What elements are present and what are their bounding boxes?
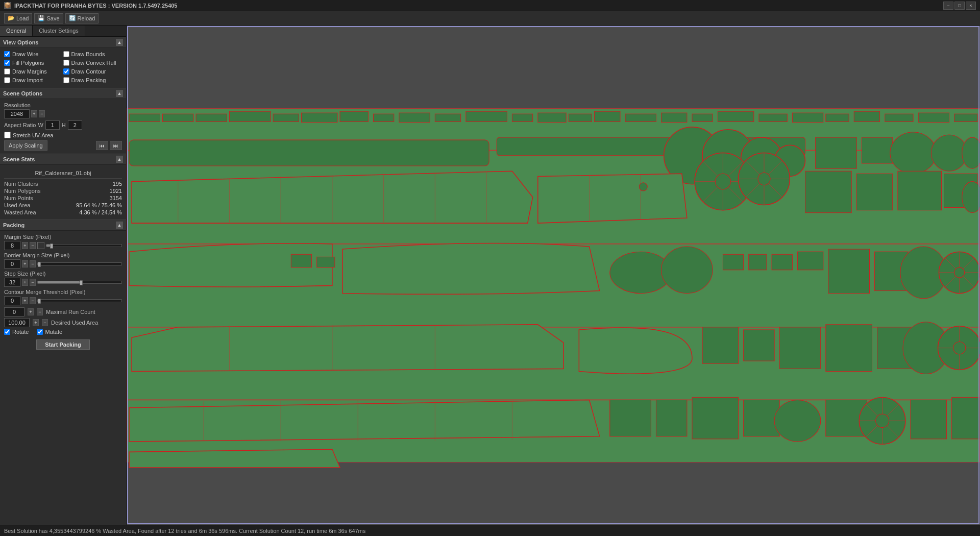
aspect-w-input[interactable] [45, 120, 60, 130]
close-button[interactable]: × [966, 2, 976, 10]
svg-rect-29 [826, 114, 849, 121]
titlebar-controls[interactable]: − □ × [943, 2, 976, 10]
desired-used-minus[interactable]: − [42, 319, 48, 326]
toolbar: 📂 Load 💾 Save 🔄 Reload [0, 11, 980, 26]
draw-margins-checkbox[interactable] [4, 68, 10, 75]
mutate-checkbox[interactable] [37, 329, 43, 335]
margin-plus[interactable]: + [22, 242, 28, 249]
resolution-minus[interactable]: − [39, 110, 45, 117]
contour-merge-minus[interactable]: − [30, 297, 36, 304]
border-margin-slider[interactable] [37, 262, 122, 265]
step-size-input[interactable] [4, 278, 20, 287]
scene-stats-collapse[interactable]: ▲ [116, 156, 123, 163]
draw-contour-checkbox[interactable] [63, 68, 69, 75]
svg-rect-7 [127, 462, 980, 525]
border-margin-minus[interactable]: − [30, 260, 36, 267]
contour-merge-slider[interactable] [37, 299, 122, 302]
tab-bar: General Cluster Settings [0, 26, 126, 37]
resolution-input[interactable] [4, 109, 30, 118]
view-options-header: View Options ▲ [0, 37, 126, 48]
svg-point-59 [715, 174, 730, 189]
statusbar: Best Solution has 4,3553443799246 % Wast… [0, 525, 980, 536]
start-packing-button[interactable]: Start Packing [36, 339, 89, 350]
svg-rect-73 [723, 254, 743, 270]
svg-rect-18 [466, 111, 507, 121]
svg-point-115 [876, 414, 889, 427]
minimize-button[interactable]: − [943, 2, 953, 10]
scene-options-section: Scene Options ▲ Resolution + − Aspect Ra… [0, 88, 126, 154]
next-button[interactable]: ⏭ [110, 141, 122, 150]
margin-size-label: Margin Size (Pixel) [4, 234, 122, 240]
packing-collapse[interactable]: ▲ [116, 222, 123, 229]
reload-button[interactable]: 🔄 Reload [65, 13, 99, 23]
mutate-row: Mutate [37, 329, 62, 335]
scene-stats-content: Rif_Calderaner_01.obj Num Clusters 195 N… [0, 165, 126, 220]
border-margin-input[interactable] [4, 259, 20, 269]
svg-rect-10 [196, 114, 227, 121]
stretch-uv-checkbox[interactable] [4, 132, 11, 138]
svg-rect-107 [744, 400, 780, 436]
step-size-plus[interactable]: + [22, 279, 28, 286]
resolution-label: Resolution [4, 102, 122, 108]
maximal-run-minus[interactable]: − [37, 308, 43, 315]
svg-rect-23 [625, 114, 656, 121]
app-icon: 📦 [4, 2, 11, 9]
desired-used-plus[interactable]: + [33, 319, 39, 326]
draw-convex-hull-checkbox[interactable] [63, 60, 69, 66]
draw-bounds-row: Draw Bounds [63, 51, 122, 57]
draw-packing-label: Draw Packing [71, 77, 106, 83]
stretch-uv-row: Stretch UV-Area [4, 132, 122, 138]
step-size-minus[interactable]: − [30, 279, 36, 286]
load-button[interactable]: 📂 Load [4, 13, 32, 23]
margin-minus[interactable]: − [30, 242, 36, 249]
scene-stats-section: Scene Stats ▲ Rif_Calderaner_01.obj Num … [0, 154, 126, 220]
save-button[interactable]: 💾 Save [34, 13, 63, 23]
contour-merge-label: Contour Merge Threshold (Pixel) [4, 289, 122, 295]
svg-rect-12 [273, 114, 299, 121]
draw-wire-row: Draw Wire [4, 51, 63, 57]
border-margin-row: + − [4, 259, 122, 269]
maximize-button[interactable]: □ [954, 2, 965, 10]
svg-rect-16 [399, 113, 430, 122]
fill-polygons-checkbox[interactable] [4, 60, 10, 66]
margin-color-swatch[interactable] [37, 242, 44, 249]
margin-size-input[interactable] [4, 241, 20, 250]
tab-general[interactable]: General [0, 26, 33, 36]
svg-rect-19 [512, 114, 532, 121]
svg-rect-32 [918, 113, 949, 122]
step-size-slider[interactable] [37, 281, 122, 284]
desired-used-input[interactable] [4, 318, 30, 327]
resolution-plus[interactable]: + [31, 110, 37, 117]
contour-merge-input[interactable] [4, 296, 20, 305]
draw-wire-checkbox[interactable] [4, 51, 10, 57]
resolution-row: + − [4, 109, 122, 118]
aspect-h-input[interactable] [68, 120, 82, 130]
svg-rect-77 [828, 249, 870, 294]
prev-button[interactable]: ⏮ [96, 141, 108, 150]
left-panel: General Cluster Settings View Options ▲ … [0, 26, 127, 525]
draw-bounds-checkbox[interactable] [63, 51, 69, 57]
draw-import-checkbox[interactable] [4, 77, 10, 83]
svg-rect-27 [759, 114, 787, 121]
rotate-checkbox[interactable] [4, 329, 10, 335]
draw-bounds-label: Draw Bounds [71, 51, 105, 57]
svg-rect-116 [911, 400, 947, 439]
svg-rect-21 [569, 114, 592, 121]
scene-options-collapse[interactable]: ▲ [116, 90, 123, 97]
draw-contour-row: Draw Contour [63, 68, 122, 75]
stretch-uv-label: Stretch UV-Area [13, 132, 53, 138]
maximal-run-plus[interactable]: + [28, 308, 34, 315]
contour-merge-plus[interactable]: + [22, 297, 28, 304]
view-options-collapse[interactable]: ▲ [116, 39, 123, 46]
margin-slider[interactable] [46, 244, 122, 247]
maximal-run-input[interactable] [4, 307, 24, 316]
draw-packing-checkbox[interactable] [63, 77, 69, 83]
stat-num-points: Num Points 3154 [4, 195, 122, 201]
desired-used-label: Desired Used Area [51, 320, 98, 326]
titlebar-title: IPACKTHAT FOR PIRANHA BYTES : VERSION 1.… [14, 3, 178, 9]
apply-scaling-button[interactable]: Apply Scaling [4, 140, 47, 151]
tab-cluster-settings[interactable]: Cluster Settings [33, 26, 85, 36]
uv-canvas-area[interactable] [127, 26, 980, 525]
border-margin-plus[interactable]: + [22, 260, 28, 267]
save-icon: 💾 [38, 15, 45, 21]
